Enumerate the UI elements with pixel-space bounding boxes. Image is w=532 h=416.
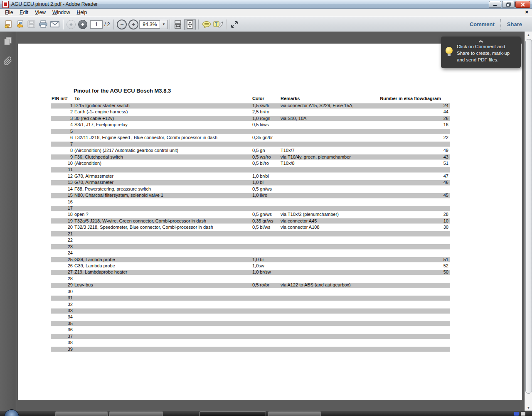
taskbar-button-active[interactable] (200, 411, 266, 416)
close-button[interactable] (515, 1, 530, 8)
table-row: 11 (51, 166, 450, 173)
table-row: 33 (51, 308, 450, 314)
create-pdf-button[interactable] (15, 19, 25, 30)
save-button[interactable] (26, 19, 37, 30)
cell-pin: 13 (51, 179, 73, 186)
cell-pin: 19 (51, 218, 73, 224)
table-row: 34 (51, 314, 450, 320)
cell-pin: 35 (51, 321, 73, 327)
table-row: 21 (51, 231, 450, 237)
cell-remarks: via T10x/2 (plenumchamber) (281, 211, 339, 218)
scrollbar-thumb[interactable] (525, 39, 532, 394)
taskbar-button[interactable] (109, 411, 163, 416)
table-row: 25 G39, Lambda probe 1,0 br 51 (51, 257, 450, 263)
cell-to: G70, Airmassmeter (74, 179, 113, 186)
restore-button[interactable] (502, 1, 515, 8)
cell-to: G70, Airmassmeter (74, 173, 113, 179)
cell-remarks: via S10, 10A (281, 115, 306, 122)
cell-pin: 4 (51, 122, 73, 128)
cell-color: 0,35 gn/br (252, 135, 273, 141)
cell-number: 52 (443, 263, 448, 269)
menu-item[interactable]: Edit (16, 9, 32, 16)
next-page-button[interactable] (77, 19, 88, 30)
cell-pin: 2 (51, 109, 73, 115)
menu-bar: FileEditViewWindowHelp ✕ (0, 9, 532, 16)
close-toolbar-icon[interactable]: ✕ (525, 10, 529, 15)
cell-pin: 26 (51, 263, 73, 269)
attachments-paperclip-icon[interactable] (2, 56, 13, 66)
cell-pin: 22 (51, 237, 73, 243)
zoom-out-button[interactable]: − (116, 19, 127, 30)
share-pane-button[interactable]: Share (501, 21, 528, 27)
cell-pin: 5 (51, 128, 73, 135)
cell-number: 24 (443, 103, 448, 109)
tooltip-text: Click on Comment and Share to create, ma… (457, 43, 510, 63)
cell-color: 1,0 bl (252, 179, 264, 186)
zoom-level-input[interactable]: 94.3% (139, 20, 160, 29)
comment-pane-button[interactable]: Comment (464, 21, 500, 27)
print-button[interactable] (38, 19, 49, 30)
cell-to: (Aircondition) (J217 Automatic gearbox c… (74, 147, 178, 154)
menu-item[interactable]: View (32, 9, 49, 16)
menu-item[interactable]: Window (49, 9, 74, 16)
cell-pin: 32 (51, 301, 73, 308)
header-to: To (74, 96, 80, 101)
cell-remarks: via connector A15, S229, Fuse 15A, (281, 103, 354, 109)
cell-pin: 39 (51, 346, 73, 352)
sticky-note-button[interactable] (201, 19, 212, 30)
cell-number: 51 (443, 257, 448, 263)
zoom-dropdown-arrow[interactable]: ▼ (160, 20, 167, 29)
start-button[interactable] (4, 409, 19, 416)
cell-color: 0,35 gr/ws (252, 218, 273, 224)
cell-to: S3/T, J17, Fuelpump relay (74, 122, 128, 128)
fit-width-button[interactable] (172, 19, 183, 30)
cell-to: Z19, Lambdaprobe heater (74, 269, 127, 275)
cell-pin: 16 (51, 199, 73, 205)
taskbar-button[interactable] (268, 411, 321, 416)
fullscreen-button[interactable] (229, 19, 240, 30)
table-row: 7 (51, 141, 450, 147)
cell-pin: 11 (51, 166, 73, 173)
cell-to: T32a/5 J218, W-wire, Green connector, Co… (74, 218, 206, 224)
table-row: 12 G70, Airmassmeter 1,0 br/bl 47 (51, 173, 450, 179)
open-button[interactable] (3, 19, 14, 30)
cell-to: T32/11 J218, Engine speed , Blue connect… (74, 135, 217, 141)
fit-page-button[interactable] (184, 19, 196, 30)
header-remarks: Remarks (281, 96, 300, 101)
minimize-button[interactable] (489, 1, 501, 8)
scroll-up-arrow[interactable]: ▲ (525, 32, 532, 38)
table-row: 8 (Aircondition) (J217 Automatic gearbox… (51, 147, 450, 154)
previous-page-button[interactable] (66, 19, 76, 30)
page-thumbnails-icon[interactable] (2, 36, 13, 46)
menu-item[interactable]: File (2, 9, 16, 16)
table-row: 28 (51, 276, 450, 282)
cell-number: 22 (443, 135, 448, 141)
table-row: 26 G39, Lambda probe 1,0sw 52 (51, 263, 450, 269)
cell-number: 45 (443, 192, 448, 198)
table-row: 36 (51, 327, 450, 333)
cell-color: 0,5 li/ws (252, 122, 269, 128)
email-button[interactable] (49, 19, 60, 30)
taskbar-button[interactable] (55, 411, 108, 416)
cell-pin: 1 (51, 103, 73, 109)
tray-icon[interactable] (514, 412, 519, 416)
cell-number: 10 (443, 218, 448, 224)
cell-number: 44 (443, 109, 448, 115)
cell-number: 50 (443, 269, 448, 275)
zoom-in-button[interactable]: + (128, 19, 139, 30)
table-row: 1 D 15 Ignition/ starter switch 1,5 sw/l… (51, 103, 450, 109)
tray-icon[interactable] (521, 412, 525, 416)
cell-pin: 28 (51, 276, 73, 282)
scroll-down-arrow[interactable]: ▼ (525, 404, 532, 411)
adobe-reader-window: AGU ECU pinout 2.pdf - Adobe Reader File… (0, 0, 532, 416)
sign-button[interactable]: T (213, 19, 224, 30)
cell-color: 1,0 ro/gn (252, 115, 270, 122)
table-row: 16 (51, 199, 450, 205)
vertical-scrollbar[interactable]: ▲ ▼ (525, 32, 532, 411)
menu-item[interactable]: Help (74, 9, 91, 16)
cell-number: 16 (443, 122, 448, 128)
cell-number: 26 (443, 115, 448, 122)
document-canvas[interactable]: Pinout for the AGU ECU Bosch M3.8.3 PIN … (16, 32, 525, 411)
page-number-input[interactable]: 1 (90, 20, 103, 29)
cell-remarks: T10x/8 (281, 160, 295, 166)
